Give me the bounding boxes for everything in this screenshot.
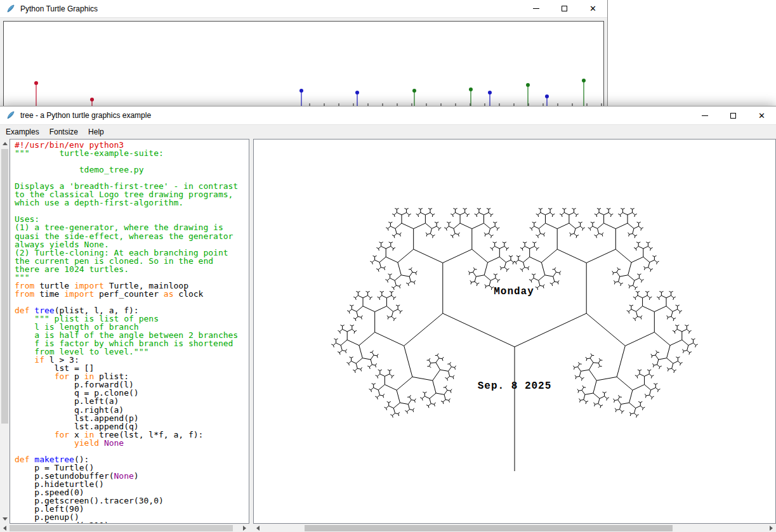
horizontal-scrollbar-thumb[interactable] [10, 525, 233, 531]
code-vertical-scrollbar[interactable] [0, 139, 10, 524]
scroll-left-arrow[interactable] [253, 524, 263, 532]
horizontal-scrollbar-thumb[interactable] [305, 525, 673, 531]
minimize-button[interactable] [522, 0, 550, 17]
menu-help[interactable]: Help [83, 126, 109, 139]
scroll-left-arrow[interactable] [0, 524, 10, 532]
scroll-down-arrow[interactable] [0, 514, 10, 524]
caption-buttons: ✕ [690, 107, 776, 124]
turtle-graphics-window: Python Turtle Graphics ✕ [0, 0, 608, 106]
vertical-scrollbar-thumb[interactable] [1, 149, 8, 424]
minimize-button[interactable] [690, 107, 719, 124]
menu-examples[interactable]: Examples [1, 126, 44, 139]
turtle-canvas [3, 21, 604, 106]
maximize-button[interactable] [550, 0, 579, 17]
tree-path [331, 209, 697, 472]
window-title: Python Turtle Graphics [20, 4, 98, 13]
canvas-label-date: Sep. 8 2025 [478, 380, 552, 392]
close-icon: ✕ [758, 112, 765, 120]
maximize-button[interactable] [719, 107, 747, 124]
caption-buttons: ✕ [522, 0, 607, 17]
close-button[interactable]: ✕ [747, 107, 776, 124]
tk-feather-icon [6, 4, 16, 14]
code-horizontal-scrollbar[interactable] [0, 524, 249, 532]
scroll-right-arrow[interactable] [766, 524, 776, 532]
turtle-canvas-drawing [4, 22, 603, 106]
tree-demo-window: tree - a Python turtle graphics example … [0, 106, 776, 532]
scroll-up-arrow[interactable] [0, 139, 10, 148]
minimize-icon [533, 8, 539, 9]
maximize-icon [730, 113, 736, 119]
tree-drawing: Monday Sep. 8 2025 [254, 139, 775, 523]
menu-fontsize[interactable]: Fontsize [44, 126, 83, 139]
window-title: tree - a Python turtle graphics example [20, 111, 151, 120]
demo-content: #!/usr/bin/env python3""" turtle-example… [0, 139, 776, 532]
close-icon: ✕ [589, 4, 596, 13]
tree-demo-titlebar[interactable]: tree - a Python turtle graphics example … [0, 107, 776, 125]
menubar: Examples Fontsize Help [0, 125, 776, 139]
graphics-canvas: Monday Sep. 8 2025 [253, 139, 776, 524]
code-text[interactable]: #!/usr/bin/env python3""" turtle-example… [10, 139, 249, 524]
scroll-right-arrow[interactable] [240, 524, 249, 532]
tk-feather-icon [6, 110, 16, 120]
minimize-icon [702, 115, 708, 116]
close-button[interactable]: ✕ [579, 0, 607, 17]
maximize-icon [562, 6, 567, 11]
canvas-horizontal-scrollbar[interactable] [253, 524, 776, 532]
turtle-graphics-titlebar[interactable]: Python Turtle Graphics ✕ [0, 0, 607, 18]
canvas-label-weekday: Monday [494, 286, 534, 297]
